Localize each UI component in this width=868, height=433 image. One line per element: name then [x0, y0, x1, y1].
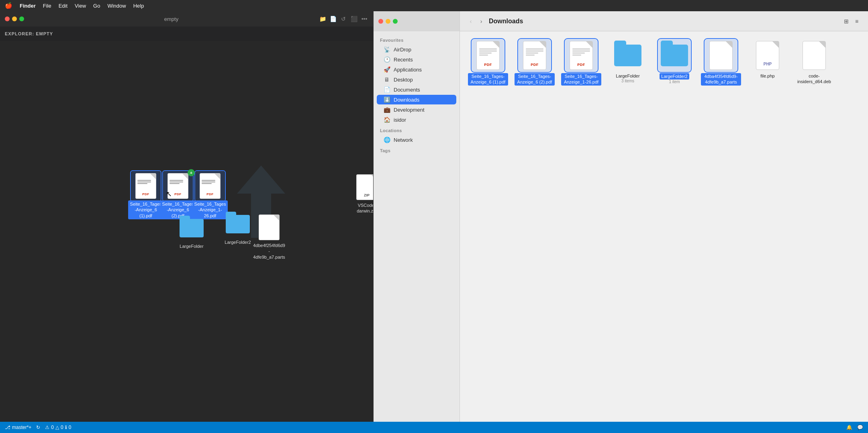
- parts-label: 4dbe4f254fd6d9-4dfe9b_a7.parts: [251, 242, 287, 261]
- downloads-panel: ‹ › Downloads ⊞ ≡ PDF S: [460, 11, 868, 422]
- pdf1-label: Seite_16_Tages-Anzeige_6 (1).pdf: [128, 200, 163, 219]
- vscode-traffic-lights: [5, 16, 24, 21]
- statusbar-left: ⎇ master*+ ↻ ⚠ 0 △ 0 ℹ 0: [5, 425, 71, 430]
- finder-maximize-button[interactable]: [393, 19, 398, 24]
- notifications-item[interactable]: 🔔: [846, 425, 852, 430]
- dnd-badge: +: [188, 169, 195, 176]
- errors-item[interactable]: ⚠ 0 △ 0 ℹ 0: [45, 425, 71, 430]
- dl-pdf3-label: Seite_16_Tages-Anzeige_1-26.pdf: [561, 73, 601, 86]
- network-label: Network: [394, 137, 413, 143]
- folder1-icon[interactable]: LargeFolder: [174, 214, 210, 250]
- main-area: empty 📁 📄 ↺ ⬛ ••• EXPLORER: EMPTY: [0, 11, 868, 422]
- dl-pdf2-label: Seite_16_Tages-Anzeige_6 (2).pdf: [515, 73, 555, 86]
- sync-item[interactable]: ↻: [36, 425, 40, 430]
- dl-php-label: file.php: [760, 73, 774, 79]
- menu-file[interactable]: File: [43, 3, 51, 9]
- menu-edit[interactable]: Edit: [59, 3, 67, 9]
- downloads-label: Downloads: [394, 97, 419, 103]
- finder-sidebar: Favourites 📡 AirDrop 🕐 Recents 🚀 Applica…: [374, 31, 460, 422]
- warnings-count: 0: [61, 425, 63, 430]
- sidebar-item-isidor[interactable]: 🏠 isidor: [377, 115, 456, 125]
- statusbar: ⎇ master*+ ↻ ⚠ 0 △ 0 ℹ 0 🔔 💬: [0, 422, 868, 433]
- refresh-button[interactable]: ↺: [339, 15, 347, 23]
- dl-folder1-file: [614, 45, 641, 66]
- dl-folder1-label: LargeFolder: [616, 73, 639, 79]
- downloads-content: PDF Seite_16_Tages-Anzeige_6 (1).pdf PDF…: [460, 31, 868, 422]
- dl-pdf1-file: PDF: [476, 41, 500, 70]
- statusbar-right: 🔔 💬: [846, 425, 863, 430]
- dl-deb-label: code-insiders_d64.deb: [794, 73, 834, 85]
- icon-view-button[interactable]: ⊞: [841, 16, 851, 26]
- finder-minimize-button[interactable]: [386, 19, 390, 24]
- errors-count: 0: [51, 425, 54, 430]
- dl-folder2-label: LargeFolder2: [660, 73, 689, 80]
- dl-pdf3-file: PDF: [570, 41, 593, 70]
- info-count: 0: [69, 425, 71, 430]
- finder-panel: Favourites 📡 AirDrop 🕐 Recents 🚀 Applica…: [374, 11, 460, 422]
- menubar: 🍎 Finder File Edit View Go Window Help: [0, 0, 868, 11]
- dl-parts-file: [709, 41, 733, 70]
- new-file-button[interactable]: 📄: [329, 15, 337, 23]
- sidebar-item-documents[interactable]: 📄 Documents: [377, 85, 456, 94]
- network-icon: 🌐: [383, 137, 390, 143]
- dl-parts-icon[interactable]: 4dba4f354fd6d9-4dfe9b_a7.parts: [701, 39, 741, 86]
- vscode-minimize-button[interactable]: [12, 16, 17, 21]
- dl-pdf3-icon[interactable]: PDF Seite_16_Tages-Anzeige_1-26.pdf: [561, 39, 601, 86]
- folder2-icon[interactable]: LargeFolder2: [220, 210, 256, 246]
- sidebar-item-applications[interactable]: 🚀 Applications: [377, 65, 456, 74]
- nav-buttons: ‹ ›: [466, 17, 486, 26]
- dl-php-icon[interactable]: PHP file.php: [748, 39, 788, 86]
- finder-close-button[interactable]: [378, 19, 383, 24]
- apple-menu[interactable]: 🍎: [5, 2, 12, 9]
- dl-folder2-icon[interactable]: LargeFolder2 1 item: [654, 39, 694, 86]
- development-icon: 💼: [383, 106, 390, 113]
- documents-label: Documents: [394, 87, 420, 93]
- folder2-label: LargeFolder2: [223, 239, 252, 246]
- vscode-panel: empty 📁 📄 ↺ ⬛ ••• EXPLORER: EMPTY: [0, 11, 374, 422]
- menu-window[interactable]: Window: [107, 3, 126, 9]
- menu-help[interactable]: Help: [133, 3, 144, 9]
- menu-go[interactable]: Go: [93, 3, 100, 9]
- applications-icon: 🚀: [383, 66, 390, 73]
- error-icon: ⚠: [45, 425, 49, 430]
- back-button[interactable]: ‹: [466, 17, 475, 26]
- sidebar-item-development[interactable]: 💼 Development: [377, 105, 456, 114]
- zip-icon[interactable]: ZIP VSCode-darwin.zip: [349, 173, 373, 215]
- dl-folder2-file: [661, 45, 688, 66]
- dl-deb-icon[interactable]: code-insiders_d64.deb: [794, 39, 834, 86]
- documents-icon: 📄: [383, 86, 390, 93]
- vscode-titlebar: empty 📁 📄 ↺ ⬛ •••: [0, 11, 373, 27]
- menu-view[interactable]: View: [75, 3, 86, 9]
- sidebar-item-recents[interactable]: 🕐 Recents: [377, 55, 456, 64]
- desktop-icon-nav: 🖥: [383, 76, 390, 83]
- vscode-content-area: PDF Seite_16_Tages-Anzeige_6 (1).pdf PDF…: [0, 41, 373, 422]
- sidebar-item-airdrop[interactable]: 📡 AirDrop: [377, 45, 456, 54]
- dl-pdf2-icon[interactable]: PDF Seite_16_Tages-Anzeige_6 (2).pdf: [515, 39, 555, 86]
- explorer-header: EXPLORER: EMPTY: [0, 27, 373, 41]
- pdf2-icon[interactable]: PDF + Seite_16_Tages-Anzeige_6 (2).pdf: [160, 172, 196, 219]
- pdf1-icon[interactable]: PDF Seite_16_Tages-Anzeige_6 (1).pdf: [128, 172, 164, 219]
- menu-finder[interactable]: Finder: [20, 3, 36, 9]
- recents-label: Recents: [394, 57, 413, 63]
- development-label: Development: [394, 107, 425, 113]
- vscode-maximize-button[interactable]: [19, 16, 24, 21]
- collapse-button[interactable]: ⬛: [350, 15, 358, 23]
- new-folder-button[interactable]: 📁: [319, 15, 327, 23]
- more-options-button[interactable]: •••: [360, 15, 368, 23]
- forward-button[interactable]: ›: [477, 17, 486, 26]
- applications-label: Applications: [394, 67, 422, 73]
- dl-pdf1-icon[interactable]: PDF Seite_16_Tages-Anzeige_6 (1).pdf: [468, 39, 508, 86]
- dl-pdf2-file: PDF: [523, 41, 546, 70]
- sidebar-item-downloads[interactable]: ⬇️ Downloads: [377, 95, 456, 104]
- vscode-close-button[interactable]: [5, 16, 10, 21]
- list-view-button[interactable]: ≡: [852, 16, 862, 26]
- favourites-header: Favourites: [374, 35, 460, 44]
- dl-folder1-icon[interactable]: LargeFolder 3 items: [608, 39, 648, 86]
- git-branch-item[interactable]: ⎇ master*+: [5, 425, 31, 430]
- sync-icon: ↻: [36, 425, 40, 430]
- sidebar-item-desktop[interactable]: 🖥 Desktop: [377, 75, 456, 84]
- parts-icon[interactable]: 4dbe4f254fd6d9-4dfe9b_a7.parts: [251, 213, 287, 261]
- dl-php-file: PHP: [756, 41, 779, 70]
- chat-item[interactable]: 💬: [857, 425, 863, 430]
- sidebar-item-network[interactable]: 🌐 Network: [377, 135, 456, 145]
